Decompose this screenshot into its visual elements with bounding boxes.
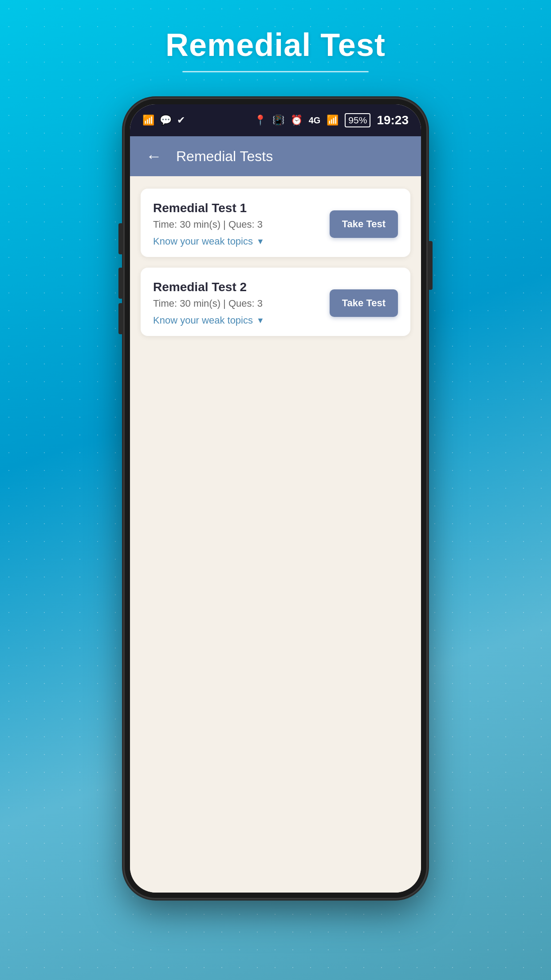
phone-frame: 📶 💬 ✔ 📍 📳 ⏰ 4G 📶 95% 19:23 ← Remedial Te… (125, 99, 426, 898)
message-icon: 💬 (160, 115, 172, 126)
check-icon: ✔ (177, 115, 185, 126)
back-button[interactable]: ← (142, 145, 165, 168)
title-underline (182, 71, 369, 72)
weak-topics-link-2[interactable]: Know your weak topics ▼ (153, 315, 323, 326)
status-bar: 📶 💬 ✔ 📍 📳 ⏰ 4G 📶 95% 19:23 (130, 104, 421, 136)
alarm-icon: ⏰ (291, 115, 303, 126)
page-header: Remedial Test (165, 27, 386, 72)
page-title: Remedial Test (165, 27, 386, 63)
location-icon: 📍 (254, 115, 266, 126)
status-time: 19:23 (377, 113, 409, 127)
test-1-name: Remedial Test 1 (153, 201, 323, 215)
test-2-meta: Time: 30 min(s) | Ques: 3 (153, 298, 323, 309)
take-test-button-2[interactable]: Take Test (330, 289, 398, 317)
chevron-down-icon-2: ▼ (256, 316, 264, 325)
chevron-down-icon-1: ▼ (256, 237, 264, 246)
vibrate-icon: 📳 (272, 115, 284, 126)
weak-topics-label-1: Know your weak topics (153, 236, 253, 247)
test-card-1-left: Remedial Test 1 Time: 30 min(s) | Ques: … (153, 201, 323, 247)
main-content: Remedial Test 1 Time: 30 min(s) | Ques: … (130, 176, 421, 893)
test-card-2-left: Remedial Test 2 Time: 30 min(s) | Ques: … (153, 280, 323, 326)
test-card-1: Remedial Test 1 Time: 30 min(s) | Ques: … (141, 189, 410, 257)
weak-topics-link-1[interactable]: Know your weak topics ▼ (153, 236, 323, 247)
test-card-2: Remedial Test 2 Time: 30 min(s) | Ques: … (141, 268, 410, 336)
battery-indicator: 95% (345, 113, 370, 127)
signal-label: 4G (309, 115, 321, 126)
weak-topics-label-2: Know your weak topics (153, 315, 253, 326)
test-1-meta: Time: 30 min(s) | Ques: 3 (153, 219, 323, 230)
status-right: 📍 📳 ⏰ 4G 📶 95% 19:23 (254, 113, 409, 127)
wifi-icon: 📶 (142, 115, 154, 126)
nav-title: Remedial Tests (176, 148, 273, 165)
signal-bars-icon: 📶 (327, 115, 338, 126)
nav-bar: ← Remedial Tests (130, 136, 421, 176)
test-2-name: Remedial Test 2 (153, 280, 323, 294)
status-left: 📶 💬 ✔ (142, 115, 185, 126)
take-test-button-1[interactable]: Take Test (330, 210, 398, 238)
phone-screen: 📶 💬 ✔ 📍 📳 ⏰ 4G 📶 95% 19:23 ← Remedial Te… (130, 104, 421, 893)
